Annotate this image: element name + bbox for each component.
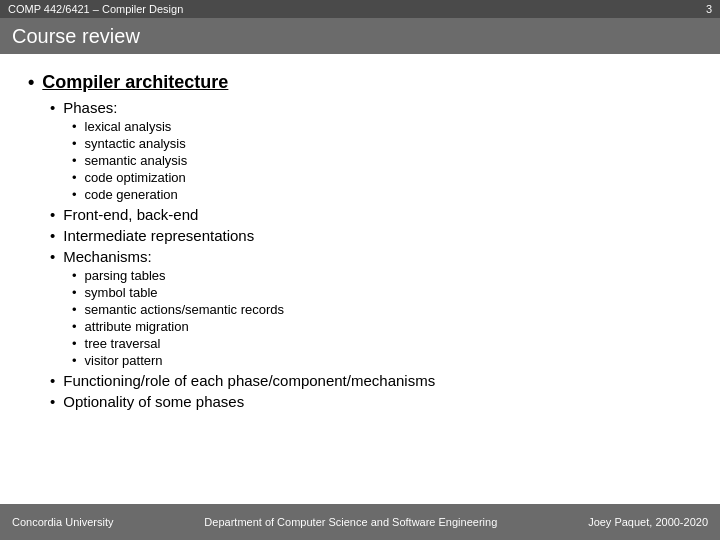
phase-syntactic: • syntactic analysis — [72, 136, 692, 151]
content-area: • Compiler architecture • Phases: • lexi… — [0, 54, 720, 504]
bullet-dot: • — [72, 353, 77, 368]
mech-symbol-label: symbol table — [85, 285, 158, 300]
intermediate-label: Intermediate representations — [63, 227, 254, 244]
mech-parsing: • parsing tables — [72, 268, 692, 283]
slide-number: 3 — [706, 3, 712, 15]
bullet-dot: • — [72, 268, 77, 283]
mech-semantic-actions: • semantic actions/semantic records — [72, 302, 692, 317]
mech-symbol: • symbol table — [72, 285, 692, 300]
optionality-section: • Optionality of some phases — [50, 393, 692, 410]
bullet-dot: • — [50, 206, 55, 223]
phase-lexical: • lexical analysis — [72, 119, 692, 134]
front-end-label: Front-end, back-end — [63, 206, 198, 223]
bullet-dot: • — [72, 302, 77, 317]
mech-tree: • tree traversal — [72, 336, 692, 351]
bullet-dot: • — [72, 336, 77, 351]
bullet-dot: • — [72, 136, 77, 151]
phase-code-opt-label: code optimization — [85, 170, 186, 185]
bullet-dot: • — [50, 393, 55, 410]
course-title: COMP 442/6421 – Compiler Design — [8, 3, 183, 15]
mech-attribute: • attribute migration — [72, 319, 692, 334]
functioning-label: Functioning/role of each phase/component… — [63, 372, 435, 389]
phase-lexical-label: lexical analysis — [85, 119, 172, 134]
phases-list: • lexical analysis • syntactic analysis … — [72, 119, 692, 202]
intermediate-section: • Intermediate representations — [50, 227, 692, 244]
functioning-bullet: • Functioning/role of each phase/compone… — [50, 372, 692, 389]
phase-semantic-label: semantic analysis — [85, 153, 188, 168]
bullet-dot: • — [50, 99, 55, 116]
phases-bullet: • Phases: — [50, 99, 692, 116]
optionality-label: Optionality of some phases — [63, 393, 244, 410]
mech-parsing-label: parsing tables — [85, 268, 166, 283]
front-end-bullet: • Front-end, back-end — [50, 206, 692, 223]
bullet-dot: • — [50, 227, 55, 244]
footer: Concordia University Department of Compu… — [0, 504, 720, 540]
mech-tree-label: tree traversal — [85, 336, 161, 351]
phase-semantic: • semantic analysis — [72, 153, 692, 168]
bullet-dot: • — [72, 285, 77, 300]
mech-visitor-label: visitor pattern — [85, 353, 163, 368]
bullet-dot: • — [28, 72, 34, 93]
front-end-section: • Front-end, back-end — [50, 206, 692, 223]
main-bullet-compiler-arch: • Compiler architecture — [28, 72, 692, 93]
mech-visitor: • visitor pattern — [72, 353, 692, 368]
bullet-dot: • — [72, 319, 77, 334]
phase-syntactic-label: syntactic analysis — [85, 136, 186, 151]
mechanisms-label: Mechanisms: — [63, 248, 151, 265]
phase-code-gen: • code generation — [72, 187, 692, 202]
phase-code-gen-label: code generation — [85, 187, 178, 202]
bullet-dot: • — [72, 187, 77, 202]
functioning-section: • Functioning/role of each phase/compone… — [50, 372, 692, 389]
bullet-dot: • — [72, 119, 77, 134]
bullet-dot: • — [72, 153, 77, 168]
phases-label: Phases: — [63, 99, 117, 116]
footer-center: Department of Computer Science and Softw… — [113, 516, 588, 528]
footer-right: Joey Paquet, 2000-2020 — [588, 516, 708, 528]
compiler-arch-label: Compiler architecture — [42, 72, 228, 93]
bullet-dot: • — [50, 372, 55, 389]
mechanisms-bullet: • Mechanisms: — [50, 248, 692, 265]
mechanisms-list: • parsing tables • symbol table • semant… — [72, 268, 692, 368]
bullet-dot: • — [50, 248, 55, 265]
mechanisms-section: • Mechanisms: • parsing tables • symbol … — [50, 248, 692, 368]
slide-title: Course review — [12, 25, 140, 48]
mech-attribute-label: attribute migration — [85, 319, 189, 334]
top-bar: COMP 442/6421 – Compiler Design 3 — [0, 0, 720, 18]
phase-code-opt: • code optimization — [72, 170, 692, 185]
header-bar: Course review — [0, 18, 720, 54]
phases-section: • Phases: • lexical analysis • syntactic… — [50, 99, 692, 202]
footer-left: Concordia University — [12, 516, 113, 528]
optionality-bullet: • Optionality of some phases — [50, 393, 692, 410]
bullet-dot: • — [72, 170, 77, 185]
intermediate-bullet: • Intermediate representations — [50, 227, 692, 244]
mech-semantic-actions-label: semantic actions/semantic records — [85, 302, 284, 317]
